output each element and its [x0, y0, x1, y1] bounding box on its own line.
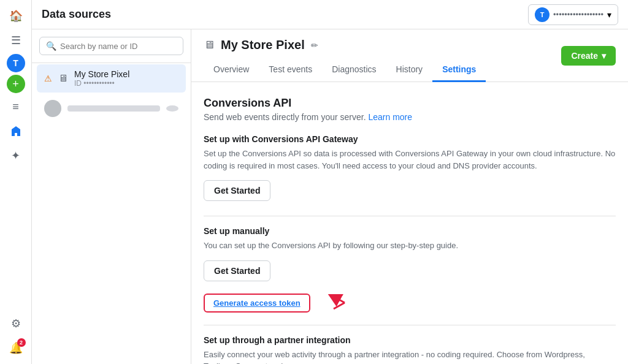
- tabs-row: Overview Test events Diagnostics History…: [204, 58, 486, 82]
- sidebar-item-id: ID ••••••••••••: [74, 79, 178, 88]
- edit-icon[interactable]: ✏: [311, 40, 318, 50]
- manually-get-started-button[interactable]: Get Started: [204, 260, 270, 281]
- create-button[interactable]: Create ▾: [561, 46, 616, 66]
- panel-title: My Store Pixel: [221, 38, 305, 52]
- nav-star[interactable]: ✦: [5, 145, 27, 167]
- sidebar-item-my-store-pixel[interactable]: ⚠ 🖥 My Store Pixel ID ••••••••••••: [37, 64, 186, 93]
- monitor-icon: 🖥: [58, 73, 68, 84]
- sidebar-item-blurred[interactable]: [37, 95, 186, 122]
- content-area: 🔍 ⚠ 🖥 My Store Pixel ID ••••••••••••: [32, 29, 628, 364]
- generate-access-token-button[interactable]: Generate access token: [204, 294, 310, 313]
- generate-token-row: Generate access token: [204, 294, 616, 313]
- nav-settings[interactable]: ⚙: [5, 313, 27, 335]
- nav-avatar[interactable]: T: [7, 54, 25, 72]
- nav-notifications[interactable]: 🔔 2: [5, 337, 27, 359]
- tab-history[interactable]: History: [386, 58, 433, 82]
- account-selector[interactable]: T •••••••••••••••••• ▾: [528, 4, 618, 25]
- panel-header-left: 🖥 My Store Pixel ✏ Overview Test events …: [204, 29, 486, 82]
- conversions-api-title: Conversions API: [204, 97, 616, 110]
- panel-monitor-icon: 🖥: [204, 39, 215, 51]
- nav-add[interactable]: +: [7, 75, 25, 93]
- header-right: T •••••••••••••••••• ▾: [528, 4, 618, 25]
- divider-2: [204, 325, 616, 325]
- chevron-down-icon: ▾: [607, 10, 611, 20]
- left-nav: 🏠 ☰ T + ≡ ✦ ⚙ 🔔 2: [0, 0, 32, 364]
- search-input[interactable]: [60, 42, 177, 51]
- manually-text: You can set up the Conversions API by fo…: [204, 240, 616, 252]
- notification-badge: 2: [17, 338, 26, 347]
- right-panel: 🖥 My Store Pixel ✏ Overview Test events …: [191, 29, 628, 364]
- learn-more-link[interactable]: Learn more: [368, 112, 412, 122]
- panel-header: 🖥 My Store Pixel ✏ Overview Test events …: [191, 29, 628, 82]
- nav-list[interactable]: ≡: [5, 96, 27, 118]
- search-input-wrap[interactable]: 🔍: [39, 37, 183, 55]
- blurred-avatar: [44, 100, 61, 117]
- tab-diagnostics[interactable]: Diagnostics: [322, 58, 386, 82]
- nav-ads[interactable]: [5, 120, 27, 142]
- account-avatar: T: [535, 7, 550, 22]
- nav-home[interactable]: 🏠: [5, 5, 27, 27]
- panel-title-row: 🖥 My Store Pixel ✏: [204, 29, 486, 52]
- partner-title: Set up through a partner integration: [204, 335, 616, 345]
- search-bar: 🔍: [32, 29, 191, 63]
- blurred-name: [67, 105, 160, 112]
- tab-overview[interactable]: Overview: [204, 58, 259, 82]
- search-icon: 🔍: [46, 41, 56, 51]
- page-title: Data sources: [42, 8, 111, 21]
- panel-content: Conversions API Send web events directly…: [191, 82, 628, 364]
- account-name: ••••••••••••••••••: [553, 10, 603, 19]
- warning-icon: ⚠: [44, 74, 52, 83]
- blurred-action: [166, 105, 178, 112]
- chevron-icon: ▾: [602, 51, 606, 61]
- sidebar: 🔍 ⚠ 🖥 My Store Pixel ID ••••••••••••: [32, 29, 191, 364]
- nav-menu[interactable]: ☰: [5, 29, 27, 51]
- divider-1: [204, 216, 616, 216]
- main-container: Data sources T •••••••••••••••••• ▾ 🔍 ⚠ …: [32, 0, 628, 364]
- sidebar-item-name: My Store Pixel: [74, 69, 178, 79]
- red-arrow-annotation: [315, 294, 346, 311]
- partner-text: Easily connect your web activity through…: [204, 349, 616, 365]
- tab-test-events[interactable]: Test events: [259, 58, 322, 82]
- top-header: Data sources T •••••••••••••••••• ▾: [32, 0, 628, 29]
- conversions-api-subtitle: Send web events directly from your serve…: [204, 112, 616, 122]
- gateway-text: Set up the Conversions API so data is pr…: [204, 148, 616, 172]
- tab-settings[interactable]: Settings: [432, 58, 486, 82]
- gateway-title: Set up with Conversions API Gateway: [204, 134, 616, 144]
- manually-title: Set up manually: [204, 226, 616, 236]
- sidebar-item-text: My Store Pixel ID ••••••••••••: [74, 69, 178, 88]
- gateway-get-started-button[interactable]: Get Started: [204, 180, 270, 201]
